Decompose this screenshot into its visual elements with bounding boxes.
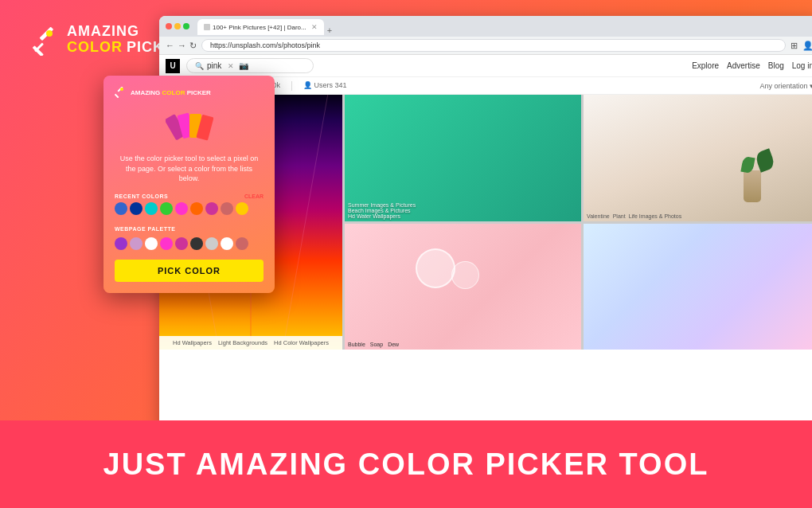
popup-amazing: AMAZING bbox=[131, 89, 162, 96]
recent-colors-section: RECENT COLORS CLEAR bbox=[115, 193, 264, 215]
palette-swatch[interactable] bbox=[205, 237, 218, 250]
search-icon: 🔍 bbox=[195, 62, 204, 70]
popup-logo-icon bbox=[115, 87, 126, 98]
palette-swatch[interactable] bbox=[145, 237, 158, 250]
svg-point-2 bbox=[46, 30, 53, 37]
hd-color-tag: Hd Color Wallpapers bbox=[274, 339, 329, 346]
close-dot[interactable] bbox=[166, 23, 172, 29]
photo-col2: Summer Images & Pictures Beach Images & … bbox=[345, 95, 581, 350]
logo-icon bbox=[32, 27, 61, 56]
recent-colors-swatches bbox=[115, 202, 264, 215]
pick-color-button[interactable]: PICK COLOR bbox=[115, 260, 264, 282]
main-container: AMAZING COLOR PICKER 100+ Pin bbox=[0, 0, 812, 508]
color-swatch[interactable] bbox=[175, 202, 188, 215]
browser-top-bar: 100+ Pink Pictures [+42] | Daro... ✕ + bbox=[159, 16, 812, 37]
window-dots bbox=[166, 23, 189, 29]
svg-rect-4 bbox=[115, 94, 119, 98]
photo-col2-top[interactable]: Summer Images & Pictures Beach Images & … bbox=[345, 95, 581, 221]
recent-colors-label: RECENT COLORS bbox=[115, 193, 168, 199]
photo-col3: Valentine Plant Life Images & Photos bbox=[584, 95, 812, 350]
blog-link[interactable]: Blog bbox=[768, 61, 784, 70]
tab-close-icon[interactable]: ✕ bbox=[311, 23, 318, 31]
palette-swatch[interactable] bbox=[115, 237, 127, 250]
logo-color: COLOR bbox=[67, 40, 123, 56]
login-link[interactable]: Log in bbox=[792, 61, 812, 70]
camera-search-icon[interactable]: 📷 bbox=[239, 61, 248, 70]
popup-title: AMAZING COLOR PICKER bbox=[131, 89, 211, 96]
photo-col2-bottom[interactable]: Bubble Soap Dew bbox=[345, 224, 581, 350]
url-text: https://unsplash.com/s/photos/pink bbox=[210, 41, 320, 49]
col1-footer: Hd Wallpapers Light Backgrounds Hd Color… bbox=[159, 336, 342, 350]
palette-swatch[interactable] bbox=[160, 237, 173, 250]
account-icon[interactable]: 👤 bbox=[802, 41, 812, 51]
color-swatch[interactable] bbox=[236, 202, 248, 215]
palette-swatches bbox=[115, 237, 264, 250]
popup-description: Use the color picker tool to select a pi… bbox=[115, 154, 264, 184]
users-filter[interactable]: 👤 Users 341 bbox=[303, 81, 347, 91]
address-row: ← → ↻ https://unsplash.com/s/photos/pink… bbox=[159, 37, 812, 55]
bottom-section: JUST AMAZING COLOR PICKER TOOL bbox=[0, 420, 812, 508]
search-clear-icon[interactable]: ✕ bbox=[228, 62, 234, 70]
light-bg-tag: Light Backgrounds bbox=[218, 339, 267, 346]
popup-color: COLOR bbox=[162, 89, 187, 96]
forward-button[interactable]: → bbox=[178, 41, 186, 50]
orientation-filter[interactable]: Any orientation ▾ bbox=[759, 82, 812, 90]
color-swatch[interactable] bbox=[160, 202, 173, 215]
palette-swatch[interactable] bbox=[175, 237, 188, 250]
color-swatch[interactable] bbox=[145, 202, 158, 215]
webpage-palette-label: WEBPAGE PALETTE bbox=[115, 226, 175, 232]
color-swatch[interactable] bbox=[205, 202, 218, 215]
browser-right-icons: ⊞ 👤 bbox=[791, 41, 812, 51]
popup-picker-icon-area bbox=[115, 107, 264, 146]
webpage-palette-section: WEBPAGE PALETTE bbox=[115, 220, 264, 250]
maximize-dot[interactable] bbox=[183, 23, 189, 29]
plugin-popup: AMAZING COLOR PICKER Use the color picke… bbox=[103, 76, 275, 293]
url-bar[interactable]: https://unsplash.com/s/photos/pink bbox=[201, 39, 786, 52]
popup-picker: PICKER bbox=[187, 89, 211, 96]
life-images-tag: Life Images & Photos bbox=[629, 213, 682, 219]
unsplash-logo: U bbox=[166, 59, 180, 73]
advertise-link[interactable]: Advertise bbox=[727, 61, 760, 70]
top-section: AMAZING COLOR PICKER 100+ Pin bbox=[0, 0, 812, 420]
search-bar[interactable]: 🔍 pink ✕ 📷 bbox=[186, 58, 314, 73]
photo-col3-bottom[interactable] bbox=[584, 224, 812, 350]
svg-point-6 bbox=[120, 88, 123, 91]
new-tab-button[interactable]: + bbox=[324, 25, 335, 35]
active-tab[interactable]: 100+ Pink Pictures [+42] | Daro... ✕ bbox=[197, 19, 324, 35]
back-button[interactable]: ← bbox=[166, 41, 174, 50]
palette-swatch[interactable] bbox=[190, 237, 203, 250]
search-query: pink bbox=[207, 61, 221, 70]
unsplash-nav: Explore Advertise Blog Log in bbox=[692, 61, 812, 70]
filter-divider bbox=[291, 81, 292, 91]
tab-area: 100+ Pink Pictures [+42] | Daro... ✕ + bbox=[197, 18, 812, 35]
color-swatch[interactable] bbox=[115, 202, 127, 215]
clear-button[interactable]: CLEAR bbox=[244, 193, 264, 199]
color-swatch[interactable] bbox=[130, 202, 142, 215]
refresh-button[interactable]: ↻ bbox=[189, 41, 197, 51]
minimize-dot[interactable] bbox=[174, 23, 181, 29]
tab-favicon bbox=[204, 24, 210, 30]
bottom-title: JUST AMAZING COLOR PICKER TOOL bbox=[103, 447, 709, 482]
color-swatch[interactable] bbox=[221, 202, 233, 215]
valentine-tag: Valentine bbox=[587, 213, 610, 219]
palette-swatch[interactable] bbox=[130, 237, 142, 250]
palette-swatch[interactable] bbox=[236, 237, 248, 250]
color-swatch[interactable] bbox=[190, 202, 203, 215]
nav-arrows: ← → ↻ bbox=[166, 41, 197, 51]
unsplash-toolbar: U 🔍 pink ✕ 📷 Explore Advertise Blog Log … bbox=[159, 55, 812, 77]
color-picker-svg bbox=[166, 107, 213, 146]
extensions-icon[interactable]: ⊞ bbox=[791, 41, 798, 51]
tab-title: 100+ Pink Pictures [+42] | Daro... bbox=[213, 24, 306, 31]
hd-wallpapers-tag: Hd Wallpapers bbox=[173, 339, 212, 346]
photo-col3-top[interactable]: Valentine Plant Life Images & Photos bbox=[584, 95, 812, 221]
popup-header: AMAZING COLOR PICKER bbox=[115, 87, 264, 98]
plant-tag: Plant bbox=[613, 213, 626, 219]
palette-swatch[interactable] bbox=[221, 237, 233, 250]
explore-link[interactable]: Explore bbox=[692, 61, 719, 70]
